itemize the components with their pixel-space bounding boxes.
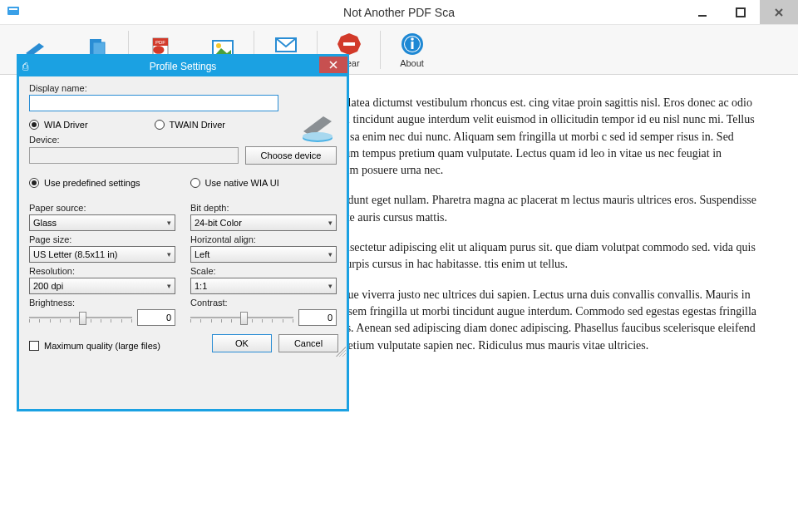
profile-settings-dialog: ⎙ Profile Settings Display name: WIA Dri… [17,54,349,411]
clear-icon [337,32,362,57]
halign-label: Horizontal align: [190,234,337,244]
window-title: Not Another PDF Sca [343,6,455,19]
checkbox-icon [29,341,39,351]
svg-rect-16 [343,42,355,46]
svg-text:PDF: PDF [155,40,165,45]
ok-button[interactable]: OK [212,334,272,352]
scale-select[interactable]: 1:1▾ [190,278,337,294]
svg-point-25 [303,132,332,140]
chevron-down-icon: ▾ [328,219,332,227]
dialog-close-button[interactable] [319,57,347,73]
chevron-down-icon: ▾ [328,282,332,290]
radio-icon [29,120,39,130]
radio-icon [190,178,200,188]
contrast-label: Contrast: [190,298,337,308]
resolution-label: Resolution: [29,266,175,276]
predefined-settings-radio[interactable]: Use predefined settings [29,178,140,188]
svg-point-13 [216,43,221,48]
maximize-button[interactable] [722,0,760,24]
dialog-titlebar[interactable]: ⎙ Profile Settings [19,57,347,76]
preview-paragraph: bitasse platea dictumst vestibulum rhonc… [308,95,758,179]
svg-rect-1 [9,8,17,10]
cancel-button[interactable]: Cancel [278,334,338,352]
brightness-label: Brightness: [29,298,175,308]
brightness-slider[interactable] [29,309,132,326]
scale-label: Scale: [190,266,337,276]
radio-icon [29,178,39,188]
svg-rect-3 [736,8,745,17]
twain-driver-radio[interactable]: TWAIN Driver [155,120,225,130]
halign-select[interactable]: Left▾ [190,246,337,263]
dialog-body: Display name: WIA Driver TWAIN Driver De… [19,76,347,357]
svg-rect-20 [411,42,413,49]
chevron-down-icon: ▾ [167,250,171,259]
radio-icon [155,120,165,130]
window-controls [683,0,798,24]
bit-depth-label: Bit depth: [190,203,337,213]
toolbar-about[interactable]: About [381,26,443,74]
email-pdf-icon [273,32,298,57]
paper-source-label: Paper source: [29,203,175,213]
chevron-down-icon: ▾ [328,250,332,259]
dialog-icon: ⎙ [22,61,37,72]
display-name-label: Display name: [29,83,337,93]
resize-grip[interactable] [336,347,346,357]
info-icon [400,32,425,57]
dialog-title: Profile Settings [150,61,217,72]
wia-driver-radio[interactable]: WIA Driver [29,120,88,130]
svg-rect-2 [698,15,707,17]
minimize-button[interactable] [683,0,722,24]
device-input [29,147,239,164]
display-name-input[interactable] [29,95,278,111]
page-size-label: Page size: [29,234,175,244]
titlebar: Not Another PDF Sca [0,0,798,25]
scanner-image [300,108,335,143]
close-button[interactable] [760,0,798,24]
contrast-slider[interactable] [190,309,293,326]
preview-paragraph: nisl tincidunt eget nullam. Pharetra mag… [308,192,758,226]
native-wia-radio[interactable]: Use native WIA UI [190,178,279,188]
brightness-value[interactable] [137,309,175,326]
chevron-down-icon: ▾ [167,282,171,290]
resolution-select[interactable]: 200 dpi▾ [29,278,175,294]
app-icon [7,4,23,20]
toolbar-label: About [400,58,424,68]
preview-paragraph: urna neque viverra justo nec ultrices du… [308,287,758,354]
svg-rect-0 [7,7,19,15]
device-label: Device: [29,135,337,145]
paper-source-select[interactable]: Glass▾ [29,214,175,231]
contrast-value[interactable] [298,309,337,326]
chevron-down-icon: ▾ [167,219,171,227]
page-size-select[interactable]: US Letter (8.5x11 in)▾ [29,246,175,263]
choose-device-button[interactable]: Choose device [245,146,337,165]
preview-paragraph: amet consectetur adipiscing elit ut aliq… [308,239,758,273]
bit-depth-select[interactable]: 24-bit Color▾ [190,214,337,231]
svg-point-21 [411,37,414,41]
